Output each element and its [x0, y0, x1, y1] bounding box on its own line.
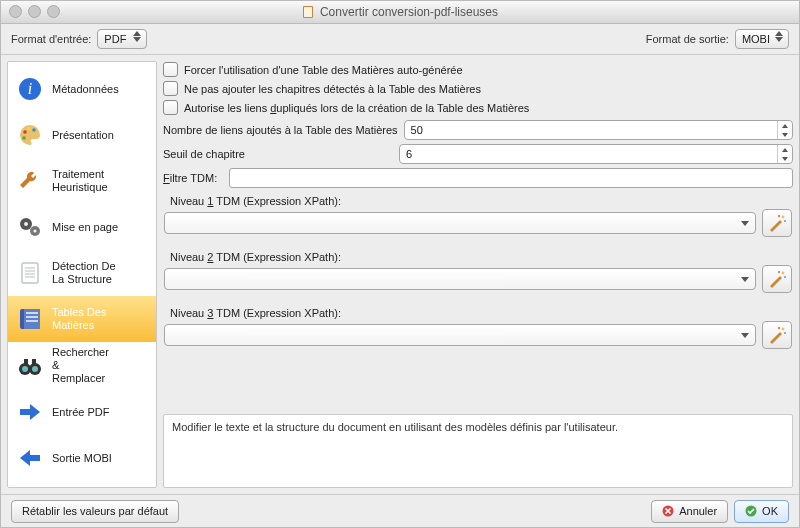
- sidebar-item-pagesetup[interactable]: Mise en page: [8, 204, 156, 250]
- app-icon: [302, 6, 314, 18]
- minimize-window-button[interactable]: [28, 5, 41, 18]
- palette-icon: [16, 121, 44, 149]
- links-count-spinner[interactable]: 50: [404, 120, 793, 140]
- svg-point-39: [784, 276, 786, 278]
- svg-point-25: [32, 366, 38, 372]
- document-icon: [16, 259, 44, 287]
- close-window-button[interactable]: [9, 5, 22, 18]
- stepper-up[interactable]: [778, 121, 792, 130]
- svg-rect-26: [24, 359, 28, 365]
- svg-rect-1: [304, 7, 312, 17]
- sidebar-item-debug[interactable]: Déboguer: [8, 481, 156, 488]
- force-toc-checkbox[interactable]: [163, 62, 178, 77]
- svg-rect-19: [26, 312, 38, 314]
- svg-point-4: [23, 130, 27, 134]
- xpath-level3-combo[interactable]: [164, 324, 756, 346]
- wrench-icon: [16, 167, 44, 195]
- svg-rect-21: [26, 320, 38, 322]
- sidebar-item-label: Traitement Heuristique: [52, 168, 108, 194]
- sidebar: i Métadonnées Présentation Traitement He…: [7, 61, 157, 488]
- sidebar-item-metadata[interactable]: i Métadonnées: [8, 66, 156, 112]
- sidebar-item-mobiout[interactable]: Sortie MOBI: [8, 435, 156, 481]
- svg-point-6: [32, 128, 36, 132]
- sidebar-item-pdfin[interactable]: Entrée PDF: [8, 389, 156, 435]
- output-format-label: Format de sortie:: [646, 33, 729, 45]
- svg-point-7: [22, 136, 26, 140]
- svg-point-38: [778, 271, 780, 273]
- stepper-up[interactable]: [778, 145, 792, 154]
- svg-point-36: [784, 220, 786, 222]
- svg-point-5: [27, 127, 31, 131]
- ok-button[interactable]: OK: [734, 500, 789, 523]
- xpath-level1-wizard-button[interactable]: [762, 209, 792, 237]
- toc-panel: Forcer l'utilisation d'une Table des Mat…: [163, 61, 793, 488]
- stepper-down[interactable]: [778, 130, 792, 139]
- convert-dialog: Convertir conversion-pdf-liseuses Format…: [0, 0, 800, 528]
- no-add-chapters-label: Ne pas ajouter les chapitres détectés à …: [184, 83, 481, 95]
- sidebar-item-label: Tables Des Matières: [52, 306, 106, 332]
- links-count-label: Nombre de liens ajoutés à la Table des M…: [163, 124, 398, 136]
- xpath-level2-combo[interactable]: [164, 268, 756, 290]
- sidebar-item-label: Mise en page: [52, 221, 118, 234]
- dup-links-checkbox[interactable]: [163, 100, 178, 115]
- svg-rect-20: [26, 316, 38, 318]
- svg-point-40: [782, 328, 785, 331]
- svg-point-11: [33, 229, 36, 232]
- sidebar-item-label: Détection De La Structure: [52, 260, 116, 286]
- sidebar-item-heuristic[interactable]: Traitement Heuristique: [8, 158, 156, 204]
- help-text: Modifier le texte et la structure du doc…: [163, 414, 793, 488]
- sidebar-item-label: Entrée PDF: [52, 406, 109, 419]
- sidebar-item-replace[interactable]: Rechercher & Remplacer: [8, 342, 156, 389]
- sidebar-item-label: Rechercher & Remplacer: [52, 346, 109, 385]
- svg-point-24: [22, 366, 28, 372]
- chapter-threshold-label: Seuil de chapitre: [163, 148, 393, 160]
- window-controls: [9, 5, 60, 18]
- sidebar-item-label: Sortie MOBI: [52, 452, 112, 465]
- cancel-button[interactable]: Annuler: [651, 500, 728, 523]
- stepper-down[interactable]: [778, 154, 792, 163]
- dialog-footer: Rétablir les valeurs par défaut Annuler …: [1, 494, 799, 527]
- xpath-level3-label: Niveau 3 TDM (Expression XPath):: [170, 307, 792, 319]
- binoculars-icon: [16, 352, 44, 380]
- xpath-level2-wizard-button[interactable]: [762, 265, 792, 293]
- wand-icon: [767, 269, 787, 289]
- book-icon: [16, 305, 44, 333]
- sidebar-item-presentation[interactable]: Présentation: [8, 112, 156, 158]
- sidebar-item-toc[interactable]: Tables Des Matières: [8, 296, 156, 342]
- arrow-right-icon: [16, 398, 44, 426]
- svg-point-42: [784, 332, 786, 334]
- ok-icon: [745, 505, 757, 517]
- input-format-select[interactable]: PDF: [97, 29, 147, 49]
- zoom-window-button[interactable]: [47, 5, 60, 18]
- titlebar: Convertir conversion-pdf-liseuses: [1, 1, 799, 24]
- svg-point-35: [778, 215, 780, 217]
- svg-rect-12: [22, 263, 38, 283]
- output-format-select[interactable]: MOBI: [735, 29, 789, 49]
- no-add-chapters-checkbox[interactable]: [163, 81, 178, 96]
- sidebar-item-label: Métadonnées: [52, 83, 119, 96]
- svg-rect-27: [32, 359, 36, 365]
- svg-point-41: [778, 327, 780, 329]
- toc-filter-input[interactable]: [229, 168, 793, 188]
- arrow-left-icon: [16, 444, 44, 472]
- restore-defaults-button[interactable]: Rétablir les valeurs par défaut: [11, 500, 179, 523]
- dup-links-label: Autorise les liens dupliqués lors de la …: [184, 102, 529, 114]
- input-format-label: Format d'entrée:: [11, 33, 91, 45]
- force-toc-label: Forcer l'utilisation d'une Table des Mat…: [184, 64, 463, 76]
- svg-point-34: [782, 216, 785, 219]
- wand-icon: [767, 325, 787, 345]
- svg-text:i: i: [28, 80, 32, 97]
- chapter-threshold-spinner[interactable]: 6: [399, 144, 793, 164]
- toc-filter-label: Filtre TDM:: [163, 172, 223, 184]
- sidebar-item-label: Présentation: [52, 129, 114, 142]
- cancel-icon: [662, 505, 674, 517]
- xpath-level2-label: Niveau 2 TDM (Expression XPath):: [170, 251, 792, 263]
- xpath-level3-wizard-button[interactable]: [762, 321, 792, 349]
- format-toolbar: Format d'entrée: PDF Format de sortie: M…: [1, 24, 799, 55]
- xpath-level1-label: Niveau 1 TDM (Expression XPath):: [170, 195, 792, 207]
- info-icon: i: [16, 75, 44, 103]
- window-title: Convertir conversion-pdf-liseuses: [320, 5, 498, 19]
- xpath-level1-combo[interactable]: [164, 212, 756, 234]
- gears-icon: [16, 213, 44, 241]
- sidebar-item-structure[interactable]: Détection De La Structure: [8, 250, 156, 296]
